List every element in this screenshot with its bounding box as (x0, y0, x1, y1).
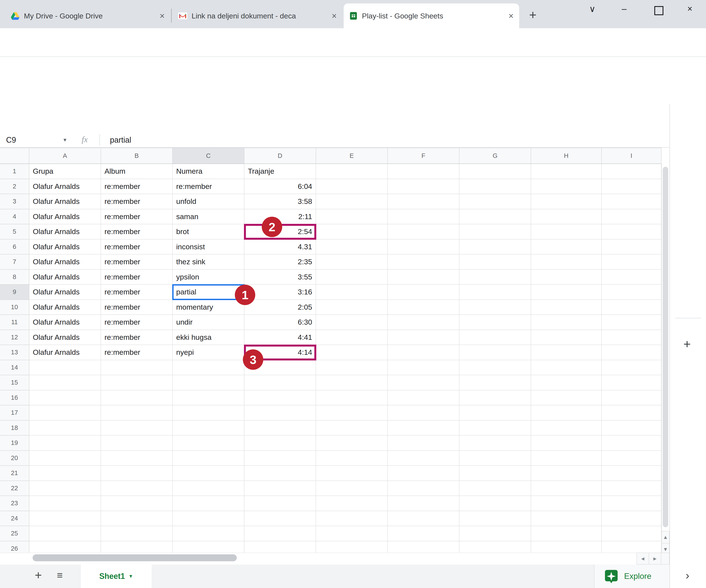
cell-C11[interactable]: undir (173, 315, 244, 330)
cell-D23[interactable] (244, 496, 316, 511)
tab-playlist-active[interactable]: Play-list - Google Sheets × (344, 3, 519, 28)
cell-A14[interactable] (29, 360, 101, 375)
cell-H3[interactable] (531, 194, 602, 209)
tab-close-icon[interactable]: × (509, 11, 514, 21)
cell-G10[interactable] (460, 300, 531, 315)
cell-E16[interactable] (316, 390, 388, 406)
cell-A12[interactable]: Olafur Arnalds (29, 330, 101, 345)
cell-F13[interactable] (388, 345, 460, 360)
cell-E1[interactable] (316, 164, 388, 179)
cell-C8[interactable]: ypsilon (173, 270, 244, 285)
cell-I12[interactable] (602, 330, 662, 345)
cell-E13[interactable] (316, 345, 388, 360)
cell-C18[interactable] (173, 421, 244, 436)
cell-G24[interactable] (460, 511, 531, 526)
cell-H2[interactable] (531, 179, 602, 194)
new-tab-button[interactable]: + (529, 7, 537, 22)
cell-E9[interactable] (316, 285, 388, 300)
cell-G3[interactable] (460, 194, 531, 209)
cell-I3[interactable] (602, 194, 662, 209)
cell-B5[interactable]: re:member (101, 224, 173, 240)
tab-close-icon[interactable]: × (160, 11, 165, 21)
cell-A7[interactable]: Olafur Arnalds (29, 254, 101, 270)
cell-E12[interactable] (316, 330, 388, 345)
cell-A21[interactable] (29, 466, 101, 481)
cell-E4[interactable] (316, 209, 388, 224)
corner-select-all[interactable] (0, 148, 29, 164)
cell-G26[interactable] (460, 541, 531, 553)
cell-A25[interactable] (29, 526, 101, 541)
row-header-6[interactable]: 6 (0, 240, 29, 255)
cell-B23[interactable] (101, 496, 173, 511)
cell-B20[interactable] (101, 451, 173, 466)
cell-H23[interactable] (531, 496, 602, 511)
cell-A24[interactable] (29, 511, 101, 526)
sheet-tab-active[interactable]: Sheet1 ▼ (81, 564, 152, 588)
cell-D25[interactable] (244, 526, 316, 541)
cell-H25[interactable] (531, 526, 602, 541)
formula-input[interactable]: partial (110, 135, 131, 144)
row-header-8[interactable]: 8 (0, 270, 29, 285)
cell-C14[interactable] (173, 360, 244, 375)
cell-B11[interactable]: re:member (101, 315, 173, 330)
cell-E23[interactable] (316, 496, 388, 511)
cell-G8[interactable] (460, 270, 531, 285)
cell-G5[interactable] (460, 224, 531, 240)
cell-B26[interactable] (101, 541, 173, 553)
cell-G20[interactable] (460, 451, 531, 466)
cell-I19[interactable] (602, 435, 662, 451)
cell-C1[interactable]: Numera (173, 164, 244, 179)
cell-D7[interactable]: 2:35 (244, 254, 316, 270)
cell-B10[interactable]: re:member (101, 300, 173, 315)
cell-F12[interactable] (388, 330, 460, 345)
cell-H15[interactable] (531, 375, 602, 390)
cell-H5[interactable] (531, 224, 602, 240)
cell-G7[interactable] (460, 254, 531, 270)
cell-A8[interactable]: Olafur Arnalds (29, 270, 101, 285)
cell-A1[interactable]: Grupa (29, 164, 101, 179)
cell-I21[interactable] (602, 466, 662, 481)
cell-E11[interactable] (316, 315, 388, 330)
column-header-C[interactable]: C (173, 148, 244, 164)
cell-E7[interactable] (316, 254, 388, 270)
cell-B18[interactable] (101, 421, 173, 436)
cell-D26[interactable] (244, 541, 316, 553)
cell-B14[interactable] (101, 360, 173, 375)
window-minimize-icon[interactable]: – (622, 4, 627, 14)
cell-A17[interactable] (29, 406, 101, 421)
cell-H20[interactable] (531, 451, 602, 466)
cell-A16[interactable] (29, 390, 101, 406)
window-chevron-icon[interactable]: ∨ (589, 4, 595, 14)
cell-E10[interactable] (316, 300, 388, 315)
row-header-13[interactable]: 13 (0, 345, 29, 360)
cell-C2[interactable]: re:member (173, 179, 244, 194)
cell-C3[interactable]: unfold (173, 194, 244, 209)
cell-I2[interactable] (602, 179, 662, 194)
cell-A23[interactable] (29, 496, 101, 511)
cell-C10[interactable]: momentary (173, 300, 244, 315)
column-header-F[interactable]: F (388, 148, 460, 164)
tab-close-icon[interactable]: × (332, 11, 337, 21)
cell-A3[interactable]: Olafur Arnalds (29, 194, 101, 209)
cell-G14[interactable] (460, 360, 531, 375)
cell-I13[interactable] (602, 345, 662, 360)
cell-A10[interactable]: Olafur Arnalds (29, 300, 101, 315)
cell-C12[interactable]: ekki hugsa (173, 330, 244, 345)
cell-C4[interactable]: saman (173, 209, 244, 224)
cell-H9[interactable] (531, 285, 602, 300)
cell-A11[interactable]: Olafur Arnalds (29, 315, 101, 330)
all-sheets-icon[interactable]: ≡ (57, 569, 63, 581)
cell-H14[interactable] (531, 360, 602, 375)
cell-E26[interactable] (316, 541, 388, 553)
cell-E20[interactable] (316, 451, 388, 466)
window-close-icon[interactable]: × (687, 4, 692, 14)
row-header-16[interactable]: 16 (0, 390, 29, 406)
cell-H17[interactable] (531, 406, 602, 421)
cell-B21[interactable] (101, 466, 173, 481)
cell-H13[interactable] (531, 345, 602, 360)
cell-D1[interactable]: Trajanje (244, 164, 316, 179)
cell-F4[interactable] (388, 209, 460, 224)
cell-H21[interactable] (531, 466, 602, 481)
cell-E15[interactable] (316, 375, 388, 390)
cell-G13[interactable] (460, 345, 531, 360)
